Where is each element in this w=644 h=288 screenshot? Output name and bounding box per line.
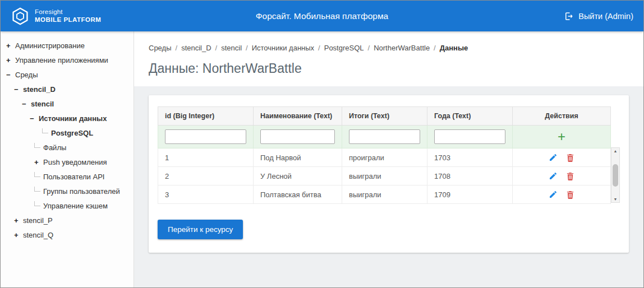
sidebar-item-label: Группы пользователей (43, 187, 120, 196)
brand-logo-block[interactable]: Foresight MOBILE PLATFORM (11, 7, 101, 26)
sidebar-item-cache-management[interactable]: Управление кэшем (1, 198, 134, 213)
column-header-name: Наименование (Text) (254, 107, 342, 126)
collapse-icon[interactable]: − (6, 71, 15, 79)
data-table: id (Big Integer) Наименование (Text) Ито… (158, 106, 611, 204)
go-to-resource-button[interactable]: Перейти к ресурсу (158, 220, 243, 239)
foresight-logo-icon (11, 7, 30, 26)
delete-icon[interactable] (566, 154, 574, 162)
edit-icon[interactable] (549, 190, 558, 199)
collapse-icon[interactable]: − (30, 114, 39, 123)
scroll-up-icon[interactable]: ▲ (614, 149, 618, 153)
breadcrumb-separator: / (246, 44, 248, 52)
table-row: 3 Полтавская битва выиграли 1709 (158, 185, 611, 204)
table-row: 2 У Лесной выиграли 1708 (158, 167, 611, 185)
breadcrumb-item[interactable]: stencil_D (181, 44, 211, 52)
content-background: id (Big Integer) Наименование (Text) Ито… (134, 86, 643, 287)
edit-icon[interactable] (549, 171, 558, 180)
breadcrumb-item[interactable]: NortherWarBattle (374, 44, 430, 52)
logout-button[interactable]: Выйти (Admin) (564, 11, 633, 21)
expand-icon[interactable]: + (14, 231, 23, 239)
cell-name: Полтавская битва (254, 185, 342, 204)
breadcrumb-item[interactable]: stencil (221, 44, 242, 52)
sidebar-item-stencil-d[interactable]: − stencil_D (1, 82, 134, 96)
sidebar-item-app-management[interactable]: + Управление приложениями (1, 53, 134, 67)
sidebar-navigation-tree: + Администрирование + Управление приложе… (1, 31, 134, 287)
filter-input-results[interactable] (349, 129, 420, 144)
tree-connector-line (34, 143, 40, 148)
filter-row: + (158, 126, 611, 148)
breadcrumb-separator: / (434, 44, 436, 52)
expand-icon[interactable]: + (6, 56, 15, 64)
column-header-results: Итоги (Text) (342, 107, 427, 126)
column-header-id: id (Big Integer) (158, 107, 254, 126)
column-header-years: Года (Text) (427, 107, 513, 126)
brand-product: MOBILE PLATFORM (35, 16, 101, 24)
filter-input-years[interactable] (434, 129, 505, 144)
main-content: Среды / stencil_D / stencil / Источники … (134, 31, 643, 287)
add-row-button[interactable]: + (558, 131, 565, 142)
expand-icon[interactable]: + (34, 158, 43, 166)
sidebar-item-stencil-p[interactable]: + stencil_P (1, 213, 134, 227)
cell-name: У Лесной (254, 167, 342, 185)
cell-id: 1 (158, 148, 254, 167)
delete-icon[interactable] (566, 191, 574, 199)
sidebar-item-postgresql[interactable]: PostgreSQL (1, 126, 134, 140)
cell-years: 1709 (427, 185, 513, 204)
filter-input-name[interactable] (260, 129, 335, 144)
sidebar-item-api-users[interactable]: Пользователи API (1, 169, 134, 184)
breadcrumb: Среды / stencil_D / stencil / Источники … (149, 44, 629, 52)
cell-name: Под Нарвой (254, 148, 342, 167)
table-row: 1 Под Нарвой проиграли 1703 (158, 148, 611, 167)
breadcrumb-separator: / (368, 44, 370, 52)
sidebar-item-label: stencil (31, 100, 54, 108)
scroll-down-icon[interactable]: ▼ (614, 197, 618, 201)
sidebar-item-label: Пользователи API (43, 173, 104, 181)
page-header-area: Среды / stencil_D / stencil / Источники … (134, 31, 643, 86)
sidebar-item-stencil-q[interactable]: + stencil_Q (1, 227, 134, 242)
breadcrumb-item[interactable]: PostgreSQL (324, 44, 364, 52)
logout-label: Выйти (Admin) (578, 12, 633, 21)
expand-icon[interactable]: + (14, 216, 23, 225)
sidebar-item-files[interactable]: Файлы (1, 140, 134, 155)
expand-icon[interactable]: + (6, 41, 15, 50)
delete-icon[interactable] (566, 172, 574, 180)
data-table-container: id (Big Integer) Наименование (Text) Ито… (158, 106, 620, 204)
cell-results: выиграли (342, 167, 427, 185)
breadcrumb-item-current: Данные (440, 44, 468, 52)
cell-years: 1708 (427, 167, 513, 185)
sidebar-item-label: Управление кэшем (43, 202, 108, 210)
top-header-bar: Foresight MOBILE PLATFORM Форсайт. Мобил… (1, 1, 643, 31)
sidebar-item-stencil[interactable]: − stencil (1, 96, 134, 111)
breadcrumb-item[interactable]: Источники данных (252, 44, 314, 52)
filter-input-id[interactable] (165, 129, 246, 144)
breadcrumb-separator: / (215, 44, 218, 52)
cell-results: выиграли (342, 185, 427, 204)
data-card: id (Big Integer) Наименование (Text) Ито… (149, 95, 629, 253)
app-window: Foresight MOBILE PLATFORM Форсайт. Мобил… (0, 0, 644, 288)
sidebar-item-push-notifications[interactable]: + Push уведомления (1, 155, 134, 169)
column-header-actions: Действия (513, 107, 611, 126)
sidebar-item-data-sources[interactable]: − Источники данных (1, 111, 134, 126)
sidebar-item-environments[interactable]: − Среды (1, 67, 134, 82)
tree-connector-line (34, 187, 40, 192)
cell-id: 3 (158, 185, 254, 204)
sidebar-item-label: Управление приложениями (15, 56, 108, 64)
sidebar-item-label: stencil_D (23, 85, 56, 94)
vertical-scrollbar[interactable]: ▲ ▼ (611, 147, 620, 203)
tree-connector-line (34, 201, 40, 206)
sidebar-item-administration[interactable]: + Администрирование (1, 38, 134, 53)
cell-id: 2 (158, 167, 254, 185)
sidebar-item-label: stencil_P (23, 216, 53, 225)
sidebar-item-label: PostgreSQL (51, 129, 93, 137)
breadcrumb-item[interactable]: Среды (149, 44, 172, 52)
breadcrumb-separator: / (176, 44, 178, 52)
scrollbar-thumb[interactable] (613, 164, 618, 187)
collapse-icon[interactable]: − (22, 100, 31, 108)
tree-connector-line (34, 172, 40, 177)
sidebar-item-label: Источники данных (39, 114, 107, 123)
sidebar-item-user-groups[interactable]: Группы пользователей (1, 184, 134, 198)
sidebar-item-label: Файлы (43, 143, 66, 152)
cell-years: 1703 (427, 148, 513, 167)
edit-icon[interactable] (549, 153, 558, 162)
collapse-icon[interactable]: − (14, 85, 23, 94)
